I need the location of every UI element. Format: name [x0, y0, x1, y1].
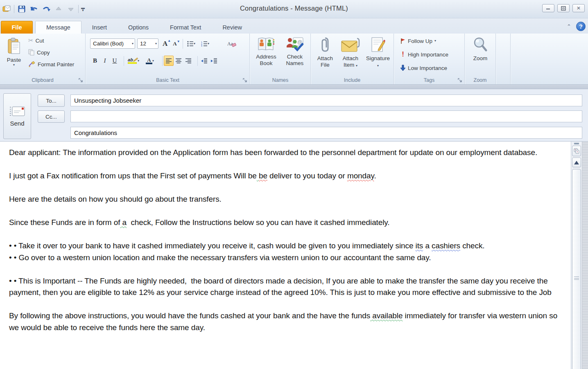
zoom-group: Zoom Zoom — [465, 34, 496, 84]
ruler-toggle-button[interactable] — [572, 146, 581, 156]
ribbon-empty-area — [496, 34, 511, 84]
message-body-area: Dear applicant: The information provided… — [0, 141, 588, 369]
font-name-combo[interactable]: Calibri (Bod) ▾ — [90, 38, 135, 49]
high-importance-icon: ! — [400, 50, 406, 59]
tab-review[interactable]: Review — [212, 21, 253, 34]
align-left-button[interactable] — [164, 56, 174, 66]
font-size-dropdown-icon: ▾ — [154, 42, 157, 45]
address-book-button[interactable]: AddressBook — [253, 34, 280, 67]
decrease-indent-button[interactable] — [199, 56, 209, 66]
address-book-icon — [258, 37, 275, 52]
follow-up-dropdown-icon: ▾ — [434, 39, 436, 43]
follow-up-icon — [400, 38, 406, 44]
italic-button[interactable]: I — [100, 56, 110, 66]
paste-dropdown-icon[interactable]: ▾ — [13, 63, 15, 67]
split-handle[interactable] — [574, 143, 579, 144]
ribbon-tab-row: File Message Insert Options Format Text … — [0, 18, 588, 34]
attach-item-button[interactable]: Attach Item ▾ — [338, 34, 363, 68]
close-icon[interactable]: ✕ — [572, 4, 585, 12]
attach-item-dropdown-icon: ▾ — [356, 64, 357, 68]
align-center-button[interactable] — [174, 56, 183, 66]
tab-format-text[interactable]: Format Text — [159, 21, 212, 34]
paste-button[interactable]: Paste ▾ — [3, 35, 25, 67]
subject-field[interactable]: Congratulations — [70, 127, 582, 139]
align-left-icon — [165, 58, 172, 64]
body-paragraph: I just got a Fax notification from ups t… — [9, 170, 568, 182]
misspelled-word: be — [259, 171, 267, 180]
body-paragraph: Here are the details on how you should g… — [9, 194, 568, 205]
bold-button[interactable]: B — [90, 56, 100, 66]
body-paragraph: • • This is Important -- The Funds are h… — [9, 275, 568, 299]
tab-insert[interactable]: Insert — [81, 21, 118, 34]
tags-dialog-launcher[interactable] — [457, 78, 463, 83]
body-paragraph: Dear applicant: The information provided… — [9, 147, 568, 159]
attach-file-icon — [321, 37, 330, 53]
misspelled-word: cashiers — [432, 241, 460, 250]
bullets-icon — [187, 41, 194, 47]
shrink-font-button[interactable]: A▼ — [172, 38, 181, 49]
format-painter-icon — [28, 61, 36, 68]
help-icon[interactable]: ? — [576, 22, 586, 31]
zoom-button[interactable]: Zoom — [468, 34, 493, 62]
clipboard-dialog-launcher[interactable] — [78, 78, 84, 83]
format-painter-button[interactable]: Format Painter — [27, 60, 75, 69]
scrollbar-thumb[interactable] — [572, 169, 581, 369]
message-header: Send To... Unsuspecting Jobseeker Cc... … — [0, 89, 588, 141]
send-button[interactable]: Send — [3, 93, 31, 139]
copy-button[interactable]: Copy — [27, 48, 75, 57]
restore-icon[interactable] — [557, 4, 570, 12]
high-importance-button[interactable]: ! High Importance — [399, 50, 450, 59]
body-paragraph: Since these Funds are in form of a check… — [9, 217, 568, 229]
cut-button[interactable]: ✂ Cut — [27, 36, 75, 45]
tab-message[interactable]: Message — [35, 21, 81, 34]
collapse-ribbon-icon[interactable]: ⌃ — [567, 23, 571, 29]
ribbon: Paste ▾ ✂ Cut Copy Format Painter Clipbo… — [0, 34, 588, 85]
numbering-button[interactable]: 123 ▾ — [198, 38, 212, 49]
to-button[interactable]: To... — [38, 94, 65, 107]
bullets-button[interactable]: ▾ — [184, 38, 198, 49]
vertical-scrollbar[interactable] — [571, 142, 582, 369]
title-bar: ▬▾ Congratulations - Message (HTML) ✕ — [0, 0, 588, 18]
cc-field[interactable] — [70, 110, 582, 122]
ribbon-bottom-strip — [0, 85, 588, 89]
tags-group: Follow Up ▾ ! High Importance Low Import… — [394, 34, 465, 84]
tab-options[interactable]: Options — [118, 21, 159, 34]
cc-button[interactable]: Cc... — [38, 110, 65, 123]
basic-text-dialog-launcher[interactable] — [242, 78, 248, 83]
increase-indent-icon — [210, 58, 217, 64]
clear-formatting-button[interactable]: Aa — [227, 38, 237, 49]
send-icon — [9, 106, 25, 117]
scrollbar-grip — [574, 277, 579, 280]
basic-text-group: Calibri (Bod) ▾ 12 ▾ A▲ A▼ ▾ 123 ▾ — [86, 34, 250, 84]
minimize-icon[interactable] — [542, 4, 554, 12]
to-field[interactable]: Unsuspecting Jobseeker — [70, 94, 582, 106]
message-body[interactable]: Dear applicant: The information provided… — [0, 142, 571, 369]
font-color-button[interactable]: A ▾ — [142, 56, 158, 66]
check-names-button[interactable]: @ CheckNames — [281, 34, 308, 67]
scroll-up-button[interactable] — [572, 158, 581, 167]
low-importance-button[interactable]: Low Importance — [399, 63, 450, 72]
misspelled-word: monday — [347, 171, 374, 180]
numbering-icon: 123 — [201, 41, 208, 47]
clipboard-group: Paste ▾ ✂ Cut Copy Format Painter Clipbo… — [0, 34, 86, 84]
window-edge-strip — [582, 142, 588, 369]
grow-font-button[interactable]: A▲ — [162, 38, 172, 49]
signature-button[interactable]: Signature▾ — [364, 34, 392, 68]
include-group: AttachFile Attach Item ▾ Signature▾ Incl… — [311, 34, 394, 84]
check-names-icon: @ — [286, 37, 304, 52]
font-size-combo[interactable]: 12 ▾ — [137, 38, 158, 49]
follow-up-button[interactable]: Follow Up ▾ — [399, 36, 450, 45]
decrease-indent-icon — [201, 58, 208, 64]
low-importance-icon — [400, 65, 406, 71]
font-color-dropdown-icon: ▾ — [152, 59, 154, 63]
tab-file[interactable]: File — [1, 21, 33, 34]
attach-file-button[interactable]: AttachFile — [313, 34, 337, 68]
paste-icon — [7, 38, 21, 55]
align-right-button[interactable] — [183, 56, 193, 66]
clear-formatting-icon: Aa — [227, 40, 236, 47]
text-highlight-button[interactable]: ab🖉 ▾ — [125, 56, 142, 66]
cut-icon: ✂ — [28, 37, 34, 44]
increase-indent-button[interactable] — [209, 56, 219, 66]
numbering-dropdown-icon: ▾ — [208, 42, 209, 45]
underline-button[interactable]: U — [110, 56, 120, 66]
